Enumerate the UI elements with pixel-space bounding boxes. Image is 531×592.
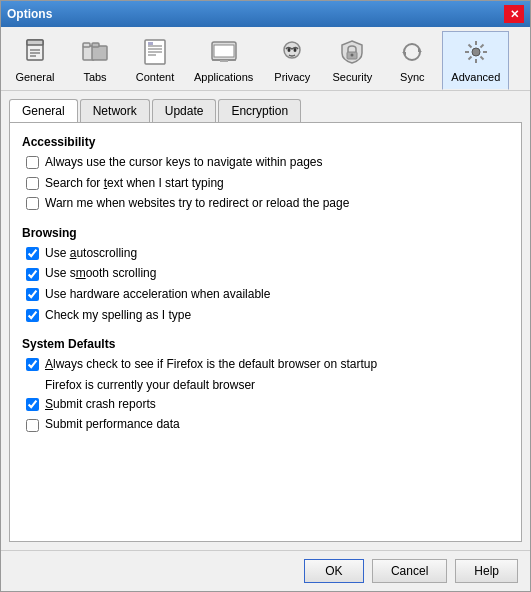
toolbar-content[interactable]: Content xyxy=(125,31,185,90)
title-bar: Options ✕ xyxy=(1,1,530,27)
svg-rect-14 xyxy=(148,42,153,45)
section-system: System Defaults Always check to see if F… xyxy=(22,337,509,433)
applications-icon xyxy=(208,36,240,68)
section-system-title: System Defaults xyxy=(22,337,509,351)
svg-line-34 xyxy=(468,57,471,60)
sync-icon xyxy=(396,36,428,68)
checkbox-hardware-accel-row: Use hardware acceleration when available xyxy=(22,287,509,303)
svg-line-32 xyxy=(480,57,483,60)
toolbar-sync-label: Sync xyxy=(400,71,424,83)
section-accessibility-title: Accessibility xyxy=(22,135,509,149)
toolbar-general-label: General xyxy=(15,71,54,83)
options-window: Options ✕ General xyxy=(0,0,531,592)
svg-rect-18 xyxy=(220,60,228,62)
checkbox-smooth-scroll-label[interactable]: Use smooth scrolling xyxy=(45,266,156,282)
section-browsing-title: Browsing xyxy=(22,226,509,240)
checkbox-cursor-keys-row: Always use the cursor keys to navigate w… xyxy=(22,155,509,171)
default-browser-info: Firefox is currently your default browse… xyxy=(22,378,509,392)
checkbox-spell-check[interactable] xyxy=(26,309,39,322)
ok-button[interactable]: OK xyxy=(304,559,364,583)
checkbox-warn-redirect-row: Warn me when websites try to redirect or… xyxy=(22,196,509,212)
tab-general[interactable]: General xyxy=(9,99,78,122)
checkbox-spell-check-label[interactable]: Check my spelling as I type xyxy=(45,308,191,324)
checkbox-perf-data-row: Submit performance data xyxy=(22,417,509,433)
checkbox-cursor-keys-label[interactable]: Always use the cursor keys to navigate w… xyxy=(45,155,322,171)
toolbar-applications-label: Applications xyxy=(194,71,253,83)
advanced-icon xyxy=(460,36,492,68)
toolbar-security[interactable]: Security xyxy=(322,31,382,90)
toolbar-privacy-label: Privacy xyxy=(274,71,310,83)
checkbox-search-text-row: Search for text when I start typing xyxy=(22,176,509,192)
svg-rect-1 xyxy=(27,40,43,45)
tab-update[interactable]: Update xyxy=(152,99,217,122)
toolbar-advanced-label: Advanced xyxy=(451,71,500,83)
svg-line-31 xyxy=(468,45,471,48)
svg-rect-6 xyxy=(83,43,90,47)
checkbox-crash-reports-label[interactable]: Submit crash reports xyxy=(45,397,156,413)
checkbox-default-browser-label[interactable]: Always check to see if Firefox is the de… xyxy=(45,357,377,373)
toolbar-security-label: Security xyxy=(332,71,372,83)
title-bar-content: Options xyxy=(7,7,52,21)
checkbox-smooth-scroll[interactable] xyxy=(26,268,39,281)
checkbox-default-browser-row: Always check to see if Firefox is the de… xyxy=(22,357,509,373)
checkbox-perf-data[interactable] xyxy=(26,419,39,432)
checkbox-autoscroll-label[interactable]: Use autoscrolling xyxy=(45,246,137,262)
checkbox-perf-data-label[interactable]: Submit performance data xyxy=(45,417,180,433)
tab-bar: General Network Update Encryption xyxy=(9,99,522,122)
toolbar-content-label: Content xyxy=(136,71,175,83)
content-area: General Network Update Encryption Access… xyxy=(1,91,530,550)
checkbox-warn-redirect-label[interactable]: Warn me when websites try to redirect or… xyxy=(45,196,349,212)
tab-content-general: Accessibility Always use the cursor keys… xyxy=(9,122,522,542)
window-title: Options xyxy=(7,7,52,21)
toolbar-advanced[interactable]: Advanced xyxy=(442,31,509,90)
checkbox-search-text[interactable] xyxy=(26,177,39,190)
section-accessibility: Accessibility Always use the cursor keys… xyxy=(22,135,509,212)
svg-line-33 xyxy=(480,45,483,48)
svg-rect-7 xyxy=(92,46,107,60)
toolbar-sync[interactable]: Sync xyxy=(382,31,442,90)
checkbox-default-browser[interactable] xyxy=(26,358,39,371)
svg-point-26 xyxy=(472,48,480,56)
checkbox-crash-reports-row: Submit crash reports xyxy=(22,397,509,413)
toolbar-general[interactable]: General xyxy=(5,31,65,90)
toolbar: General Tabs xyxy=(1,27,530,91)
general-icon xyxy=(19,36,51,68)
toolbar-tabs-label: Tabs xyxy=(83,71,106,83)
checkbox-cursor-keys[interactable] xyxy=(26,156,39,169)
privacy-icon xyxy=(276,36,308,68)
toolbar-privacy[interactable]: Privacy xyxy=(262,31,322,90)
close-button[interactable]: ✕ xyxy=(504,5,524,23)
checkbox-hardware-accel[interactable] xyxy=(26,288,39,301)
checkbox-warn-redirect[interactable] xyxy=(26,197,39,210)
content-icon xyxy=(139,36,171,68)
help-button[interactable]: Help xyxy=(455,559,518,583)
section-browsing: Browsing Use autoscrolling Use smooth sc… xyxy=(22,226,509,323)
tab-network[interactable]: Network xyxy=(80,99,150,122)
tab-encryption[interactable]: Encryption xyxy=(218,99,301,122)
svg-rect-16 xyxy=(214,45,234,57)
footer: OK Cancel Help xyxy=(1,550,530,591)
checkbox-hardware-accel-label[interactable]: Use hardware acceleration when available xyxy=(45,287,270,303)
checkbox-autoscroll[interactable] xyxy=(26,247,39,260)
toolbar-applications[interactable]: Applications xyxy=(185,31,262,90)
checkbox-search-text-label[interactable]: Search for text when I start typing xyxy=(45,176,224,192)
checkbox-smooth-scroll-row: Use smooth scrolling xyxy=(22,266,509,282)
svg-point-23 xyxy=(351,54,354,57)
tabs-icon xyxy=(79,36,111,68)
checkbox-spell-check-row: Check my spelling as I type xyxy=(22,308,509,324)
svg-point-21 xyxy=(294,48,297,52)
checkbox-autoscroll-row: Use autoscrolling xyxy=(22,246,509,262)
toolbar-tabs[interactable]: Tabs xyxy=(65,31,125,90)
checkbox-crash-reports[interactable] xyxy=(26,398,39,411)
security-icon xyxy=(336,36,368,68)
svg-rect-8 xyxy=(92,43,99,47)
cancel-button[interactable]: Cancel xyxy=(372,559,447,583)
svg-point-20 xyxy=(288,48,291,52)
